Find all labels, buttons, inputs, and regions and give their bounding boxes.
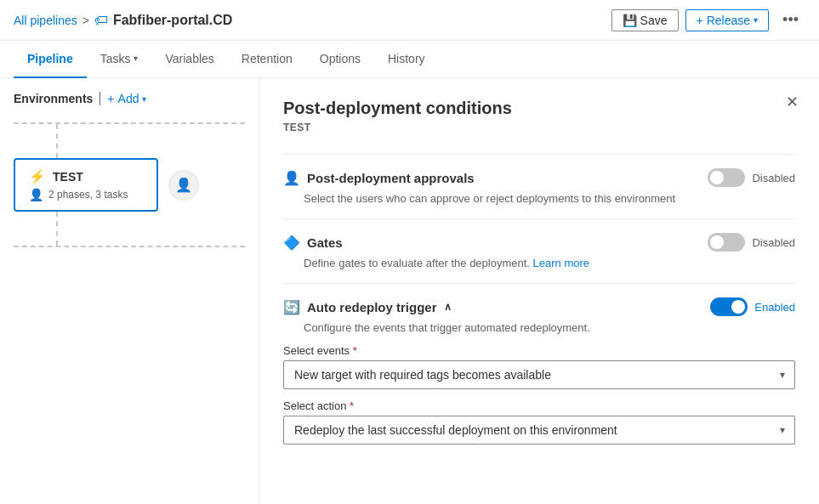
select-action-group: Select action * Redeploy the last succes… — [283, 399, 795, 445]
gates-icon: 🔷 — [283, 235, 300, 251]
avatar-person-icon: 👤 — [175, 177, 192, 193]
tab-options[interactable]: Options — [306, 41, 374, 78]
close-button[interactable]: ✕ — [778, 88, 805, 116]
tab-tasks-label: Tasks — [100, 52, 131, 65]
ellipsis-icon: ••• — [782, 11, 799, 28]
plus-icon: + — [697, 14, 703, 27]
add-environment-button[interactable]: + Add ▾ — [107, 92, 146, 105]
approvals-desc: Select the users who can approve or reje… — [304, 192, 795, 205]
auto-redeploy-title: Auto redeploy trigger — [307, 300, 437, 314]
save-disk-icon: 💾 — [623, 14, 637, 27]
save-label: Save — [640, 14, 668, 27]
auto-redeploy-desc: Configure the events that trigger automa… — [304, 321, 795, 334]
approvals-title: Post-deployment approvals — [307, 171, 475, 185]
topbar: All pipelines > 🏷 Fabfiber-portal.CD 💾 S… — [0, 0, 819, 41]
left-panel: Environments + Add ▾ ⚡ TEST 👤 2 phas — [0, 78, 259, 504]
events-label: Select events * — [283, 344, 795, 357]
release-button[interactable]: + Release ▾ — [685, 9, 770, 31]
more-options-button[interactable]: ••• — [776, 8, 805, 32]
approvals-section: 👤 Post-deployment approvals Disabled Sel… — [283, 154, 795, 218]
save-button[interactable]: 💾 Save — [611, 9, 679, 31]
auto-redeploy-section: 🔄 Auto redeploy trigger ∧ Enabled Config… — [283, 283, 795, 458]
approvals-toggle[interactable] — [708, 168, 745, 187]
gates-toggle-label: Disabled — [752, 236, 795, 249]
tab-pipeline[interactable]: Pipeline — [14, 41, 87, 78]
tab-history-label: History — [388, 52, 425, 65]
environments-label: Environments — [14, 92, 93, 105]
auto-redeploy-icon: 🔄 — [283, 299, 300, 315]
all-pipelines-link[interactable]: All pipelines — [14, 14, 77, 27]
env-card-row: ⚡ TEST 👤 2 phases, 3 tasks 👤 — [14, 158, 245, 212]
pipeline-icon: 🏷 — [94, 13, 108, 28]
events-select-wrapper: New target with required tags becomes av… — [283, 360, 795, 389]
approvals-toggle-group: Disabled — [708, 168, 795, 187]
gates-desc: Define gates to evaluate after the deplo… — [304, 257, 795, 269]
environments-header: Environments + Add ▾ — [14, 92, 245, 105]
main-content: Environments + Add ▾ ⚡ TEST 👤 2 phas — [0, 78, 819, 504]
gates-learn-more-link[interactable]: Learn more — [533, 257, 589, 269]
gates-title: Gates — [307, 235, 343, 250]
gates-desc-text: Define gates to evaluate after the deplo… — [304, 257, 530, 269]
tab-retention[interactable]: Retention — [228, 41, 306, 78]
tab-pipeline-label: Pipeline — [27, 52, 73, 65]
release-caret-icon: ▾ — [754, 15, 758, 25]
env-card-meta: 2 phases, 3 tasks — [48, 189, 128, 201]
tab-options-label: Options — [320, 52, 361, 65]
topbar-actions: 💾 Save + Release ▾ ••• — [611, 8, 805, 32]
person-icon: 👤 — [29, 188, 43, 201]
lightning-icon: ⚡ — [29, 168, 46, 184]
gates-toggle-group: Disabled — [708, 233, 795, 252]
panel-subtitle: TEST — [283, 122, 795, 133]
environment-card[interactable]: ⚡ TEST 👤 2 phases, 3 tasks — [14, 158, 158, 212]
events-select[interactable]: New target with required tags becomes av… — [283, 360, 795, 389]
action-label: Select action * — [283, 399, 795, 412]
breadcrumb: All pipelines > 🏷 Fabfiber-portal.CD — [14, 13, 611, 28]
header-divider — [100, 92, 100, 105]
action-required-marker: * — [350, 399, 354, 412]
release-label: Release — [707, 14, 750, 27]
tab-variables-label: Variables — [165, 52, 213, 65]
approvals-toggle-label: Disabled — [752, 172, 795, 184]
env-card-name: TEST — [53, 170, 83, 184]
add-label: Add — [118, 92, 139, 105]
gates-section: 🔷 Gates Disabled Define gates to evaluat… — [283, 218, 795, 283]
approvals-title-group: 👤 Post-deployment approvals — [283, 170, 475, 186]
tab-retention-label: Retention — [242, 52, 293, 65]
nav-tabs: Pipeline Tasks ▾ Variables Retention Opt… — [0, 41, 819, 78]
post-deploy-avatar[interactable]: 👤 — [168, 170, 199, 201]
gates-title-group: 🔷 Gates — [283, 235, 343, 251]
tab-variables[interactable]: Variables — [151, 41, 227, 78]
auto-redeploy-toggle-group: Enabled — [710, 297, 795, 316]
pipeline-name: Fabfiber-portal.CD — [113, 13, 232, 28]
panel-title: Post-deployment conditions — [283, 99, 795, 118]
select-events-group: Select events * New target with required… — [283, 344, 795, 389]
tab-history[interactable]: History — [374, 41, 439, 78]
tasks-caret-icon: ▾ — [134, 54, 138, 63]
auto-redeploy-title-group: 🔄 Auto redeploy trigger ∧ — [283, 299, 452, 315]
events-required-marker: * — [353, 344, 357, 357]
add-caret-icon: ▾ — [142, 94, 146, 104]
tab-tasks[interactable]: Tasks ▾ — [87, 41, 152, 78]
action-select-wrapper: Redeploy the last successful deployment … — [283, 416, 795, 445]
approvals-person-icon: 👤 — [283, 170, 300, 186]
right-panel: ✕ Post-deployment conditions TEST 👤 Post… — [259, 78, 819, 504]
auto-redeploy-toggle-label: Enabled — [754, 301, 795, 314]
add-plus-icon: + — [107, 92, 114, 105]
gates-toggle[interactable] — [708, 233, 745, 252]
close-icon: ✕ — [786, 93, 799, 111]
auto-redeploy-caret-icon: ∧ — [444, 301, 452, 313]
breadcrumb-sep: > — [82, 14, 89, 27]
action-select[interactable]: Redeploy the last successful deployment … — [283, 416, 795, 445]
auto-redeploy-toggle[interactable] — [710, 297, 748, 316]
